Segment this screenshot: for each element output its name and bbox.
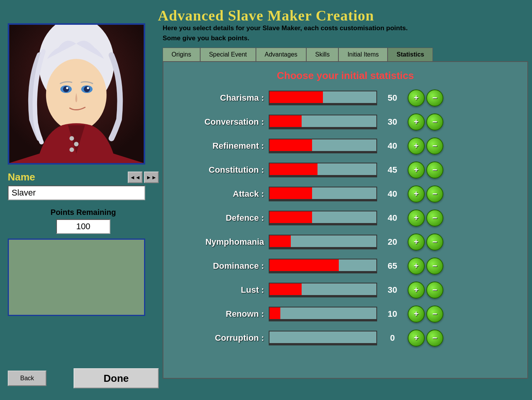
tab-initial-items[interactable]: Initial Items — [338, 48, 388, 61]
stat-increase-button[interactable]: + — [408, 161, 425, 179]
stat-bar-line — [269, 343, 376, 345]
stat-name-label: Conversation : — [175, 117, 264, 127]
stat-increase-button[interactable]: + — [408, 306, 425, 323]
description-text: Here you select details for your Slave M… — [163, 23, 528, 43]
content-area: Choose your initial statistics Charisma … — [163, 61, 528, 379]
stat-decrease-button[interactable]: − — [426, 89, 443, 106]
stat-decrease-button[interactable]: − — [426, 113, 443, 130]
stat-value-display: 30 — [382, 285, 403, 295]
stat-bar-fill — [269, 283, 302, 297]
stat-bar-fill — [269, 163, 317, 177]
stat-row: Dominance :65+− — [175, 258, 516, 275]
stat-bar-line — [269, 151, 376, 153]
character-portrait — [8, 23, 145, 165]
stat-bar-bg — [269, 235, 377, 249]
stat-value-display: 30 — [382, 117, 403, 127]
tab-statistics[interactable]: Statistics — [388, 48, 433, 61]
stat-name-label: Refinement : — [175, 141, 264, 151]
stat-buttons: +− — [408, 258, 443, 275]
stat-decrease-button[interactable]: − — [426, 137, 443, 155]
svg-point-8 — [66, 87, 69, 89]
stat-name-label: Dominance : — [175, 261, 264, 271]
stat-increase-button[interactable]: + — [408, 113, 425, 130]
tab-skills[interactable]: Skills — [306, 48, 338, 61]
name-row: Name ◄◄ ►► — [8, 166, 159, 183]
stat-bar-bg — [269, 331, 377, 345]
stat-bar-line — [269, 319, 376, 321]
tab-advantages[interactable]: Advantages — [256, 48, 307, 61]
stat-bar-fill — [269, 235, 291, 249]
stat-name-label: Constitution : — [175, 165, 264, 175]
bottom-buttons: Back Done — [8, 368, 159, 388]
stat-name-label: Lust : — [175, 285, 264, 295]
desc-line2: Some give you back points. — [163, 34, 249, 42]
points-label: Points Remaining — [8, 208, 159, 217]
stat-increase-button[interactable]: + — [408, 137, 425, 155]
stat-decrease-button[interactable]: − — [426, 233, 443, 251]
stat-buttons: +− — [408, 89, 443, 106]
stat-name-label: Attack : — [175, 189, 264, 199]
svg-point-7 — [84, 86, 90, 92]
name-input[interactable] — [8, 185, 145, 200]
back-button[interactable]: Back — [8, 371, 46, 386]
tabs: OriginsSpecial EventAdvantagesSkillsInit… — [163, 48, 528, 61]
stat-bar-fill — [269, 307, 280, 321]
stat-bar-bg — [269, 307, 377, 321]
stat-value-display: 20 — [382, 237, 403, 247]
stat-increase-button[interactable]: + — [408, 233, 425, 251]
next-name-button[interactable]: ►► — [144, 172, 159, 183]
stat-value-display: 40 — [382, 141, 403, 151]
stat-buttons: +− — [408, 306, 443, 323]
stat-increase-button[interactable]: + — [408, 89, 425, 106]
stat-bar-bg — [269, 259, 377, 273]
left-panel: Name ◄◄ ►► Points Remaining — [8, 23, 159, 316]
stat-bar-bg — [269, 187, 377, 201]
stat-decrease-button[interactable]: − — [426, 282, 443, 299]
tab-special-event[interactable]: Special Event — [200, 48, 256, 61]
stat-increase-button[interactable]: + — [408, 258, 425, 275]
stat-decrease-button[interactable]: − — [426, 209, 443, 227]
done-button[interactable]: Done — [74, 368, 159, 388]
svg-point-10 — [69, 136, 74, 141]
stat-name-label: Charisma : — [175, 93, 264, 103]
stat-buttons: +− — [408, 161, 443, 179]
stat-decrease-button[interactable]: − — [426, 258, 443, 275]
stat-row: Corruption :0+− — [175, 330, 516, 347]
stat-decrease-button[interactable]: − — [426, 330, 443, 347]
stat-decrease-button[interactable]: − — [426, 161, 443, 179]
points-display — [56, 219, 110, 234]
stat-buttons: +− — [408, 330, 443, 347]
stat-bar-line — [269, 271, 376, 273]
stat-buttons: +− — [408, 185, 443, 203]
stat-increase-button[interactable]: + — [408, 209, 425, 227]
tab-origins[interactable]: Origins — [163, 48, 200, 61]
character-svg — [9, 25, 144, 163]
stat-bar-line — [269, 175, 376, 177]
stat-buttons: +− — [408, 137, 443, 155]
prev-name-button[interactable]: ◄◄ — [128, 172, 142, 183]
stat-increase-button[interactable]: + — [408, 330, 425, 347]
stat-bar-line — [269, 199, 376, 201]
stat-value-display: 10 — [382, 309, 403, 319]
stat-bar-fill — [269, 139, 312, 153]
stat-bar-bg — [269, 139, 377, 153]
stat-decrease-button[interactable]: − — [426, 306, 443, 323]
stat-bar-line — [269, 295, 376, 297]
stat-row: Defence :40+− — [175, 209, 516, 227]
stat-name-label: Corruption : — [175, 333, 264, 343]
stat-name-label: Nymphomania — [175, 237, 264, 247]
stat-name-label: Renown : — [175, 309, 264, 319]
stat-decrease-button[interactable]: − — [426, 185, 443, 203]
stat-bar-bg — [269, 283, 377, 297]
stat-increase-button[interactable]: + — [408, 185, 425, 203]
stat-row: Refinement :40+− — [175, 137, 516, 155]
stat-bar-fill — [269, 259, 339, 273]
stat-buttons: +− — [408, 209, 443, 227]
stat-value-display: 40 — [382, 213, 403, 223]
name-label: Name — [8, 171, 35, 183]
stat-value-display: 40 — [382, 189, 403, 199]
stat-buttons: +− — [408, 233, 443, 251]
stat-bar-fill — [269, 115, 302, 129]
stat-increase-button[interactable]: + — [408, 282, 425, 299]
points-section: Points Remaining — [8, 208, 159, 234]
